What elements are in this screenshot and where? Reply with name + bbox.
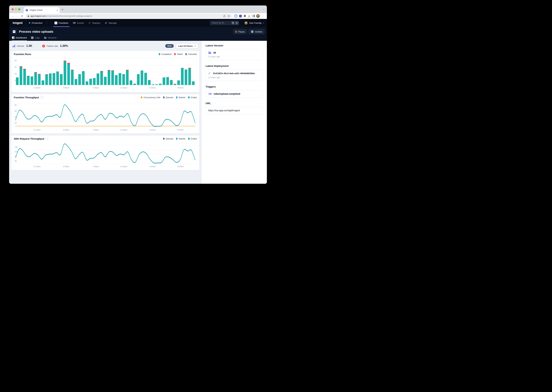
svg-text:40: 40 [15, 73, 17, 75]
svg-text:140: 140 [15, 146, 18, 148]
window-minimize-button[interactable] [15, 8, 17, 10]
selector-chevrons-icon: ⌃⌄ [46, 22, 48, 24]
beta-badge: Beta [165, 44, 174, 48]
svg-text:3:30pm: 3:30pm [63, 87, 69, 89]
nav-item-functions[interactable]: ‹› Functions [54, 19, 68, 27]
window-controls [12, 8, 20, 10]
latest-version-value: 39 [213, 51, 216, 54]
terminal-icon: ›_ [31, 36, 34, 39]
share-icon[interactable] [223, 15, 225, 17]
svg-text:3:30am: 3:30am [149, 87, 156, 89]
legend-dot [176, 138, 178, 140]
url-text: app.inngest.com/env/production/functions… [30, 15, 222, 17]
tab-dashboard[interactable]: Dashboard [12, 36, 27, 41]
svg-text:9:00am: 9:00am [177, 129, 184, 131]
extensions-puzzle-icon[interactable] [243, 14, 246, 17]
trigger-card: video/upload.completed [206, 90, 263, 98]
info-icon[interactable]: i [41, 96, 43, 99]
details-sidebar: Latest Version 39 14 days ago Latest Dep… [201, 41, 267, 184]
svg-text:9:00am: 9:00am [177, 87, 184, 89]
triggers-heading: Triggers [206, 85, 263, 88]
app-top-nav: inngest Production ⌃⌄ ‹› Functions Event… [9, 19, 267, 27]
latest-version-age: 14 days ago [208, 55, 260, 58]
lock-icon [28, 15, 29, 17]
wrench-icon [105, 22, 107, 24]
browser-profile-avatar[interactable] [256, 14, 260, 18]
rocket-icon [88, 22, 91, 24]
password-manager-extension-icon[interactable] [234, 14, 238, 18]
info-icon[interactable]: i [46, 137, 49, 140]
search-input[interactable] [211, 21, 231, 24]
nav-item-deploys[interactable]: Deploys [88, 19, 101, 27]
address-bar[interactable]: app.inngest.com/env/production/functions… [26, 14, 232, 18]
rocket-icon [208, 72, 211, 75]
tab-search-chevron-icon[interactable]: ⌄ [263, 8, 265, 10]
user-chevron-icon: ▾ [263, 22, 264, 24]
forward-button[interactable]: → [15, 14, 20, 17]
latest-deployment-age: 14 days ago [208, 76, 260, 79]
environment-status-dot [29, 22, 30, 24]
legend-item: Canceled [185, 53, 197, 55]
svg-text:35: 35 [15, 160, 17, 162]
downloads-icon[interactable] [248, 15, 250, 17]
purple-extension-icon[interactable] [239, 14, 242, 18]
svg-text:9:00am: 9:00am [177, 166, 184, 168]
pause-button[interactable]: Pause [233, 29, 247, 34]
legend-dot [188, 138, 190, 140]
failure-rate-label: Failure rate [47, 45, 58, 47]
url-heading: URL [206, 102, 263, 105]
volume-stat: Volume 1.3K [13, 44, 32, 48]
tab-versions[interactable]: Versions [44, 36, 57, 41]
function-icon: <> [11, 29, 17, 35]
primary-nav: ‹› Functions Events Deploys Manage [51, 19, 117, 27]
side-panel-icon[interactable] [252, 15, 255, 17]
volume-value: 1.3K [26, 44, 32, 48]
window-close-button[interactable] [12, 8, 14, 10]
nav-item-events[interactable]: Events [73, 19, 84, 27]
svg-text:60: 60 [15, 110, 17, 112]
window-zoom-button[interactable] [18, 8, 20, 10]
legend-item: Failed [174, 53, 182, 55]
time-range-selector[interactable]: Last 24 Hours ▼ [176, 43, 198, 49]
bookmark-star-icon[interactable] [227, 15, 230, 17]
page-title: Process video uploads [19, 30, 53, 34]
url-value: https://my-app.com/api/inngest [208, 109, 240, 112]
browser-tab[interactable]: ••• Inngest Cloud × [24, 7, 60, 13]
function-runs-card: Function Runs CompletedFailedCanceled 20… [11, 51, 199, 92]
new-tab-button[interactable]: + [62, 8, 63, 11]
back-button[interactable]: ← [11, 14, 15, 17]
folder-icon [44, 37, 46, 39]
functions-icon: ‹› [54, 21, 57, 24]
k-key-badge: K [235, 21, 238, 25]
failure-x-icon: ✕ [42, 45, 45, 47]
legend-dot [174, 53, 176, 55]
chevron-down-icon: ▼ [194, 45, 196, 47]
function-runs-legend: CompletedFailedCanceled [159, 53, 197, 55]
browser-menu-icon[interactable]: ⋮ [261, 14, 264, 18]
function-throughput-chart: 2040608011:30am3:30pm7:30pm11:30pm3:30am… [14, 99, 197, 132]
stats-bar: Volume 1.3K ✕ Failure rate 1.20% Beta La… [11, 42, 199, 50]
legend-item: Queued [163, 96, 173, 99]
function-throughput-card: Function Throughput i Concurrency LimitQ… [11, 94, 199, 133]
environment-selector[interactable]: Production ⌃⌄ [26, 19, 50, 27]
archive-button[interactable]: Archive [249, 29, 265, 34]
legend-item: Started [176, 138, 185, 140]
nav-item-manage[interactable]: Manage [105, 19, 117, 27]
svg-text:80: 80 [15, 104, 17, 106]
content-area: Volume 1.3K ✕ Failure rate 1.20% Beta La… [9, 41, 267, 184]
volume-label: Volume [17, 45, 24, 47]
svg-text:11:30am: 11:30am [33, 87, 41, 89]
latest-version-heading: Latest Version [206, 44, 263, 47]
svg-text:11:30am: 11:30am [33, 129, 41, 131]
function-throughput-legend: Concurrency LimitQueuedStartedEnded [141, 96, 197, 99]
tab-close-icon[interactable]: × [57, 9, 58, 11]
user-menu[interactable]: Dan Farrelly ▾ [241, 19, 267, 27]
tab-logs[interactable]: ›_ Logs [31, 36, 40, 41]
page-tabs: Dashboard ›_ Logs Versions [11, 36, 265, 41]
search-box[interactable]: ⌘ K [210, 21, 239, 25]
svg-text:20: 20 [15, 122, 17, 124]
svg-text:80: 80 [15, 60, 17, 62]
reload-button[interactable]: ⟳ [20, 15, 24, 17]
cmd-key-badge: ⌘ [231, 21, 234, 25]
legend-dot [185, 53, 187, 55]
